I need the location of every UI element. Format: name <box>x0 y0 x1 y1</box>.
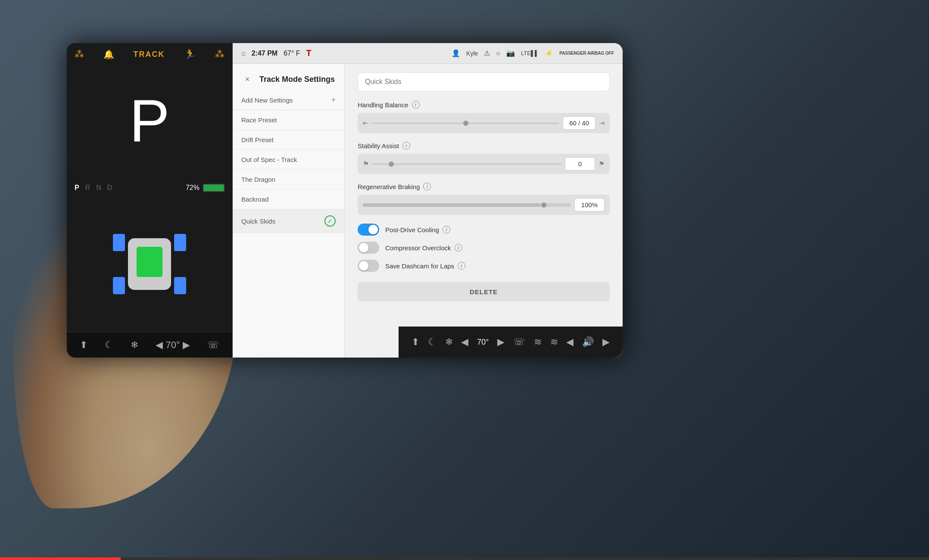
preset-item-quick-skids[interactable]: Quick Skids ✓ <box>233 209 344 233</box>
sys-icon-wipers2[interactable]: ≋ <box>550 336 558 348</box>
stability-value: 0 <box>565 157 595 171</box>
sys-icon-temp-left[interactable]: ◀ <box>461 336 468 348</box>
handling-balance-section: Handling Balance i ⇤ 60 / 40 ⇥ <box>358 101 610 133</box>
save-dashcam-toggle[interactable] <box>358 260 379 272</box>
preset-label-out-of-spec: Out of Spec - Track <box>241 156 297 163</box>
toggle-thumb <box>368 225 378 234</box>
post-drive-cooling-toggle[interactable] <box>358 224 379 236</box>
preset-label-drift: Drift Preset <box>241 136 274 143</box>
gear-P[interactable]: P <box>75 184 79 192</box>
preset-item-dragon[interactable]: The Dragon <box>233 170 344 190</box>
preset-label-backroad: Backroad <box>241 196 268 203</box>
sys-icon-vol-speaker[interactable]: 🔊 <box>582 336 594 348</box>
cluster-gear-display: P <box>129 90 169 151</box>
content-area: × Track Mode Settings Add New Settings +… <box>233 64 623 358</box>
regen-slider-track[interactable] <box>363 203 571 207</box>
stability-slider[interactable]: ⚑ 0 ⚑ <box>358 154 610 174</box>
settings-detail: Handling Balance i ⇤ 60 / 40 ⇥ <box>345 64 623 358</box>
alert-icon: ⚠ <box>484 49 490 57</box>
cluster-task-icon-3[interactable]: ❄ <box>131 339 138 351</box>
handling-info-icon[interactable]: i <box>412 101 420 109</box>
cluster-gear-row: P R N D 72% <box>67 184 232 192</box>
handling-slider-track[interactable] <box>372 122 559 124</box>
settings-title: Track Mode Settings <box>259 75 336 84</box>
stability-right-icon: ⚑ <box>599 160 605 168</box>
selected-check-icon: ✓ <box>324 215 336 227</box>
cluster-taskbar: ⬆ ☾ ❄ ◀ 70° ▶ ☏ <box>67 332 232 358</box>
sys-icon-moon[interactable]: ☾ <box>428 336 436 348</box>
wheel-front-left <box>113 234 125 251</box>
bluetooth-icon: ⚡ <box>545 49 553 57</box>
stability-info-icon[interactable]: i <box>402 142 410 149</box>
cluster-task-icon-4[interactable]: ◀ 70° ▶ <box>156 339 190 351</box>
cluster-speed: P <box>67 57 232 184</box>
car-top-view <box>106 225 193 303</box>
status-bar: ⌂ 2:47 PM 67° F T 👤 Kyle ⚠ ○ 📷 LTE▌▌ ⚡ P… <box>233 43 623 64</box>
sys-icon-vol-down[interactable]: ◀ <box>566 336 574 348</box>
save-dashcam-label: Save Dashcam for Laps i <box>385 262 465 270</box>
compressor-overclock-label: Compressor Overclock i <box>385 244 462 252</box>
instrument-cluster: ⁂ 🔔 TRACK 🏃 ⁂ P P R N D 72% <box>67 43 233 358</box>
stability-assist-section: Stability Assist i ⚑ 0 ⚑ <box>358 142 610 174</box>
home-icon[interactable]: ⌂ <box>241 50 246 57</box>
preset-item-out-of-spec[interactable]: Out of Spec - Track <box>233 150 344 170</box>
main-panel: ⌂ 2:47 PM 67° F T 👤 Kyle ⚠ ○ 📷 LTE▌▌ ⚡ P… <box>233 43 623 358</box>
gear-N[interactable]: N <box>96 184 101 192</box>
gear-D[interactable]: D <box>107 184 112 192</box>
stability-left-icon: ⚑ <box>363 160 369 168</box>
toggle-thumb-3 <box>359 261 368 271</box>
plus-icon: + <box>331 96 336 105</box>
regen-info-icon[interactable]: i <box>423 183 431 190</box>
gear-R[interactable]: R <box>85 184 90 192</box>
dashcam-info-icon[interactable]: i <box>458 262 465 270</box>
compressor-overclock-toggle[interactable] <box>358 242 379 254</box>
preset-item-race[interactable]: Race Preset <box>233 110 344 130</box>
lte-icon: LTE▌▌ <box>521 50 539 56</box>
tesla-logo: T <box>306 48 312 58</box>
compressor-info-icon[interactable]: i <box>455 244 462 252</box>
battery-bar <box>203 184 224 192</box>
user-icon: 👤 <box>452 49 460 57</box>
handling-value: 60 / 40 <box>563 116 595 130</box>
status-time: 2:47 PM <box>252 50 277 57</box>
sys-icon-phone[interactable]: ☏ <box>513 336 525 348</box>
wheel-rear-right <box>174 277 186 294</box>
post-drive-info-icon[interactable]: i <box>443 226 450 233</box>
preset-item-backroad[interactable]: Backroad <box>233 190 344 209</box>
cluster-task-icon-1[interactable]: ⬆ <box>80 339 87 351</box>
handling-balance-label: Handling Balance i <box>358 101 610 109</box>
passenger-airbag: PASSENGER AIRBAG OFF <box>559 51 614 56</box>
preset-label-race: Race Preset <box>241 116 277 124</box>
sys-icon-home[interactable]: ⬆ <box>412 336 419 348</box>
video-progress-fill <box>0 557 121 560</box>
sys-icon-wipers[interactable]: ≋ <box>534 336 542 348</box>
settings-name-input[interactable] <box>358 72 610 91</box>
circle-icon: ○ <box>496 50 500 57</box>
compressor-overclock-row: Compressor Overclock i <box>358 242 610 254</box>
post-drive-cooling-label: Post-Drive Cooling i <box>385 226 450 233</box>
wheel-front-right <box>174 234 186 251</box>
slider-left-icon: ⇤ <box>363 119 368 127</box>
preset-item-drift[interactable]: Drift Preset <box>233 130 344 150</box>
car-green-indicator <box>137 247 162 277</box>
cluster-task-icon-2[interactable]: ☾ <box>105 339 113 351</box>
close-button[interactable]: × <box>241 73 253 85</box>
car-visualization <box>67 196 232 332</box>
cluster-task-icon-5[interactable]: ☏ <box>207 339 219 351</box>
handling-balance-slider[interactable]: ⇤ 60 / 40 ⇥ <box>358 113 610 133</box>
camera-icon: 📷 <box>506 49 515 57</box>
regen-slider[interactable]: 100% <box>358 195 610 215</box>
screen-bezel: ⁂ 🔔 TRACK 🏃 ⁂ P P R N D 72% <box>67 43 623 358</box>
preset-label-dragon: The Dragon <box>241 176 275 183</box>
regen-braking-label: Regenerative Braking i <box>358 183 610 190</box>
status-right: 👤 Kyle ⚠ ○ 📷 LTE▌▌ ⚡ PASSENGER AIRBAG OF… <box>452 49 614 57</box>
delete-button[interactable]: DELETE <box>358 282 610 302</box>
sys-icon-vol-up[interactable]: ▶ <box>602 336 610 348</box>
toggle-thumb-2 <box>359 243 368 252</box>
status-temp: 67° F <box>284 50 300 57</box>
sys-icon-fan[interactable]: ❄ <box>445 336 453 348</box>
status-left: ⌂ 2:47 PM 67° F T <box>241 48 312 58</box>
add-new-settings-button[interactable]: Add New Settings + <box>233 90 344 110</box>
sys-icon-temp-right[interactable]: ▶ <box>497 336 505 348</box>
stability-slider-track[interactable] <box>372 163 561 165</box>
